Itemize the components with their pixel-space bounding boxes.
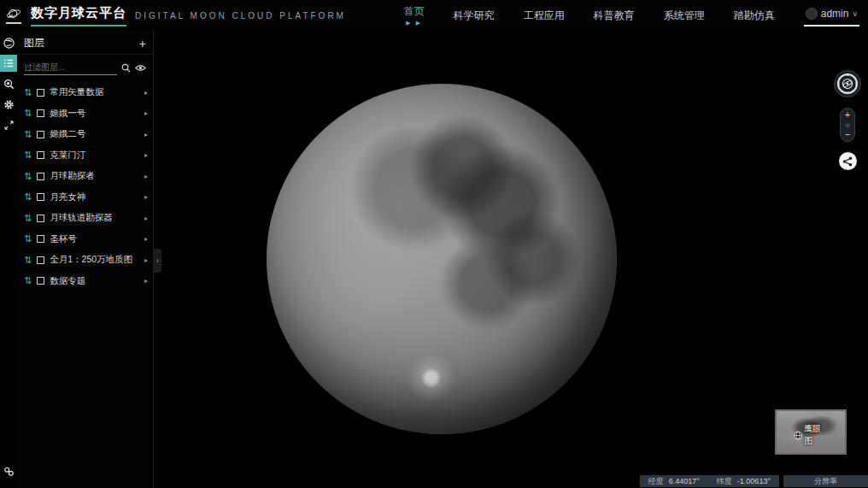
layer-filter-row — [17, 55, 153, 77]
eye-icon[interactable] — [135, 64, 146, 72]
user-menu[interactable]: admin ∨ — [804, 4, 859, 26]
nav-item-home[interactable]: 首页 ▶ ▶ — [404, 4, 425, 26]
layer-row-lro[interactable]: ⇅ 月球轨道勘探器 ▸ — [17, 208, 153, 229]
minimap-label-text: 鹰眼图 — [804, 423, 828, 447]
layer-filter-input[interactable] — [24, 61, 117, 75]
drag-handle-icon[interactable]: ⇅ — [24, 172, 32, 181]
view-controls: + ○ − — [834, 70, 861, 170]
search-globe-icon[interactable] — [0, 75, 17, 92]
compass-icon — [836, 73, 859, 95]
globe-icon[interactable] — [0, 34, 17, 51]
nav-item-system-management[interactable]: 系统管理 — [664, 9, 705, 23]
drag-handle-icon[interactable]: ⇅ — [24, 256, 32, 265]
layer-row-change-2[interactable]: ⇅ 嫦娥二号 ▸ — [17, 124, 153, 145]
layer-list: ⇅ 常用矢量数据 ▸ ⇅ 嫦娥一号 ▸ ⇅ 嫦娥二号 ▸ ⇅ 克莱门汀 — [17, 82, 153, 291]
layer-row-clementine[interactable]: ⇅ 克莱门汀 ▸ — [17, 145, 153, 167]
layer-row-geologic-map[interactable]: ⇅ 全月1：250万地质图 ▸ — [17, 250, 153, 271]
chevron-right-icon[interactable]: ▸ — [144, 109, 148, 117]
layer-label: 嫦娥一号 — [50, 108, 139, 120]
chevron-right-icon[interactable]: ▸ — [144, 256, 148, 264]
chevron-right-icon[interactable]: ▸ — [144, 277, 148, 285]
nav-item-engineering-apps[interactable]: 工程应用 — [524, 9, 565, 23]
layer-checkbox[interactable] — [37, 256, 44, 264]
drag-handle-icon[interactable]: ⇅ — [24, 214, 32, 223]
share-icon — [842, 156, 853, 167]
nav-item-science-research[interactable]: 科学研究 — [454, 9, 495, 23]
zoom-reset-button[interactable]: ○ — [846, 121, 850, 129]
header: 数字月球云平台 DIGITAL MOON CLOUD PLATFORM 首页 ▶… — [0, 0, 868, 31]
moon-globe[interactable] — [267, 84, 617, 434]
active-nav-marks: ▶ ▶ — [404, 20, 425, 26]
layer-label: 克莱门汀 — [50, 150, 139, 162]
nav-item-science-education[interactable]: 科普教育 — [594, 9, 635, 23]
layer-checkbox[interactable] — [37, 89, 44, 97]
latitude-label: 纬度 — [717, 476, 732, 487]
search-icon[interactable] — [121, 63, 131, 73]
layer-label: 圣杯号 — [50, 233, 139, 245]
panel-collapse-handle[interactable]: ‹ — [154, 249, 161, 273]
digital-moon-cloud-platform: 数字月球云平台 DIGITAL MOON CLOUD PLATFORM 首页 ▶… — [0, 0, 868, 488]
minimap-label: 鹰眼图 — [794, 423, 828, 447]
drag-handle-icon[interactable]: ⇅ — [24, 192, 32, 202]
zoom-out-button[interactable]: − — [845, 130, 850, 139]
drag-handle-icon[interactable]: ⇅ — [24, 88, 32, 97]
layer-checkbox[interactable] — [37, 235, 44, 243]
longitude-value: 6.44017° — [669, 477, 700, 485]
sidebar-icon-rail — [0, 31, 17, 488]
app-logo — [5, 7, 22, 24]
overview-minimap[interactable]: 鹰眼图 — [775, 409, 847, 455]
layer-label: 全月1：250万地质图 — [50, 254, 139, 266]
longitude-label: 经度 — [648, 476, 664, 487]
layer-checkbox[interactable] — [37, 109, 44, 117]
chevron-right-icon[interactable]: ▸ — [144, 173, 148, 180]
layer-checkbox[interactable] — [37, 215, 44, 222]
drag-handle-icon[interactable]: ⇅ — [24, 109, 32, 118]
chevron-right-icon[interactable]: ▸ — [144, 235, 148, 243]
chevron-right-icon[interactable]: ▸ — [144, 151, 148, 159]
layer-row-data-topics[interactable]: ⇅ 数据专题 ▸ — [17, 271, 153, 292]
layer-checkbox[interactable] — [37, 151, 44, 159]
layer-row-grail[interactable]: ⇅ 圣杯号 ▸ — [17, 229, 153, 250]
compass-control[interactable] — [834, 70, 861, 97]
link-nodes-icon[interactable] — [0, 462, 17, 479]
page-subtitle: DIGITAL MOON CLOUD PLATFORM — [135, 11, 346, 21]
drag-handle-icon[interactable]: ⇅ — [24, 150, 32, 160]
layer-label: 月亮女神 — [50, 191, 139, 203]
chevron-down-icon: ∨ — [852, 9, 858, 18]
drag-handle-icon[interactable]: ⇅ — [24, 276, 32, 285]
drag-handle-icon[interactable]: ⇅ — [24, 130, 32, 139]
layer-label: 数据专题 — [50, 275, 139, 287]
layer-row-kaguya[interactable]: ⇅ 月亮女神 ▸ — [17, 187, 153, 209]
chevron-right-icon[interactable]: ▸ — [144, 89, 148, 97]
avatar — [806, 8, 818, 20]
layer-checkbox[interactable] — [37, 173, 44, 180]
layer-row-common-vector-data[interactable]: ⇅ 常用矢量数据 ▸ — [17, 82, 153, 103]
drag-handle-icon[interactable]: ⇅ — [24, 234, 32, 244]
chevron-right-icon[interactable]: ▸ — [144, 131, 148, 138]
layer-checkbox[interactable] — [37, 131, 44, 138]
status-bar: 经度 6.44017° 纬度 -1.00613° 分辨率 — [640, 475, 868, 487]
zoom-in-button[interactable]: + — [845, 110, 850, 120]
layer-checkbox[interactable] — [37, 277, 44, 285]
chevron-right-icon[interactable]: ▸ — [144, 215, 148, 222]
coordinates-readout: 经度 6.44017° 纬度 -1.00613° — [640, 475, 779, 487]
layer-row-lunar-prospector[interactable]: ⇅ 月球勘探者 ▸ — [17, 166, 153, 187]
chevron-right-icon[interactable]: ▸ — [144, 193, 148, 201]
logo-underline — [6, 22, 21, 24]
user-name: admin — [821, 8, 849, 20]
fullscreen-expand-icon[interactable] — [0, 116, 17, 133]
layer-row-change-1[interactable]: ⇅ 嫦娥一号 ▸ — [17, 103, 153, 125]
resolution-label: 分辨率 — [814, 476, 837, 487]
zoom-control: + ○ − — [840, 108, 855, 142]
nav-item-survey-simulation[interactable]: 踏勘仿真 — [734, 9, 775, 23]
gear-icon[interactable] — [0, 96, 17, 113]
share-button[interactable] — [839, 152, 857, 170]
add-layer-button[interactable]: + — [139, 38, 146, 50]
layer-label: 常用矢量数据 — [50, 86, 139, 98]
moon-orbit-logo-icon — [6, 7, 21, 21]
layer-list-icon[interactable] — [0, 55, 17, 72]
layer-checkbox[interactable] — [37, 193, 44, 201]
layer-label: 月球勘探者 — [50, 170, 139, 182]
layers-panel-title: 图层 — [24, 36, 44, 50]
moon-3d-viewport[interactable] — [154, 31, 868, 488]
